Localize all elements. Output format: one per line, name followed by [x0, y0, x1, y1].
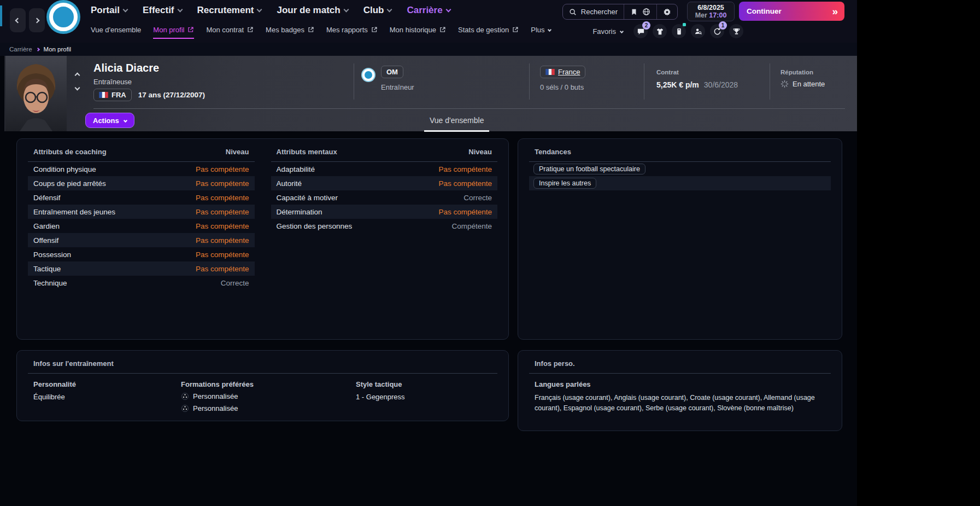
mental-level-header: Niveau [468, 148, 492, 156]
settings-button[interactable] [656, 4, 677, 19]
club-section: OM Entraîneur [362, 66, 414, 91]
search-button[interactable]: Rechercher [563, 4, 624, 19]
chevron-down-icon [620, 29, 624, 33]
game-day: Mer [695, 11, 707, 19]
subnav-mes-rapports[interactable]: Mes rapports [326, 26, 378, 39]
mental-table-title: Attributs mentaux [277, 148, 337, 156]
trophy-button[interactable] [729, 24, 743, 38]
nav-club[interactable]: Club [363, 5, 392, 16]
chevron-down-icon [122, 7, 128, 13]
club-chip[interactable]: OM [381, 66, 403, 78]
caps-goals: 0 séls / 0 buts [540, 83, 585, 91]
top-bar: Portail Effectif Recrutement Jour de mat… [0, 0, 857, 43]
contract-until: 30/6/2028 [704, 80, 738, 89]
training-info-panel: Infos sur l'entraînement Personnalité Éq… [16, 350, 509, 421]
messages-button[interactable]: 2 [633, 24, 648, 38]
fra-flag-icon [99, 92, 108, 98]
table-row: DéfensifPas compétente [28, 190, 255, 205]
nation-link-chip[interactable]: France [540, 66, 585, 78]
mental-attributes-table: Attributs mentaux Niveau AdaptabilitéPas… [271, 142, 498, 290]
attributes-panel: Attributs de coaching Niveau Condition p… [16, 138, 509, 340]
game-date-button[interactable]: 6/8/2025 Mer 17:00 [687, 2, 735, 21]
avatar [5, 56, 67, 131]
list-item: Inspire les autres [529, 176, 831, 190]
id-card-icon [675, 27, 683, 36]
quick-access-group [624, 4, 656, 19]
table-row: Entraînement des jeunesPas compétente [28, 205, 255, 219]
favoris-dropdown[interactable]: Favoris [592, 27, 623, 36]
club-color-strip [0, 5, 2, 26]
nav-recrutement[interactable]: Recrutement [197, 5, 262, 16]
nav-portail[interactable]: Portail [91, 5, 127, 16]
subnav-plus[interactable]: Plus [531, 26, 550, 39]
licence-card-button[interactable] [672, 24, 686, 38]
table-row: GardienPas compétente [28, 219, 255, 233]
table-row: Condition physiquePas compétente [28, 162, 255, 176]
trophy-icon [732, 27, 741, 36]
previous-person-button[interactable] [75, 73, 80, 78]
subnav-mes-badges[interactable]: Mes badges [266, 26, 314, 39]
formation-item: Personnalisée [181, 392, 356, 400]
scouting-button[interactable] [691, 24, 705, 38]
languages-value: Français (usage courant), Anglais (usage… [535, 393, 825, 414]
subnav-mon-profil[interactable]: Mon profil [153, 26, 194, 39]
coaching-level-header: Niveau [226, 148, 249, 156]
nav-carriere[interactable]: Carrière [407, 5, 450, 16]
subnav-mon-historique[interactable]: Mon historique [390, 26, 446, 39]
tendance-chip: Inspire les autres [533, 178, 596, 189]
table-row: Gestion des personnesCompétente [271, 219, 498, 233]
nationality-chip[interactable]: FRA [93, 89, 132, 101]
club-logo[interactable] [49, 3, 78, 31]
personal-info-panel: Infos perso. Langues parlées Français (u… [518, 350, 842, 431]
favoris-toolbar: Favoris 2 1 [592, 24, 743, 38]
chevron-down-icon [177, 7, 183, 13]
breadcrumb-chevron-icon [36, 47, 40, 51]
contract-section: Contrat 5,25K € p/m30/6/2028 [656, 69, 738, 89]
subnav-stats-de-gestion[interactable]: Stats de gestion [458, 26, 519, 39]
game-time: 17:00 [709, 11, 726, 19]
external-link-icon [439, 26, 446, 33]
personality-value: Équilibrée [33, 393, 181, 401]
search-icon [569, 8, 577, 16]
continue-chevrons-icon: » [832, 5, 837, 18]
tendances-panel: Tendances Pratique un football spectacul… [518, 138, 842, 340]
external-link-icon [512, 26, 519, 33]
personality-label: Personnalité [33, 380, 181, 388]
subnav-vue-densemble[interactable]: Vue d'ensemble [91, 26, 141, 39]
tendance-chip: Pratique un football spectaculaire [533, 164, 645, 175]
forward-button[interactable] [29, 8, 45, 32]
table-row: TechniqueCorrecte [28, 276, 255, 290]
contract-label: Contrat [656, 69, 738, 75]
table-row: DéterminationPas compétente [271, 205, 498, 219]
continue-button[interactable]: Continuer » [739, 2, 844, 21]
external-link-icon [187, 26, 194, 33]
next-person-button[interactable] [75, 85, 80, 91]
table-row: AdaptabilitéPas compétente [271, 162, 498, 176]
club-logo-small [362, 69, 374, 81]
person-role: Entraîneuse [93, 78, 132, 86]
tab-vue-densemble[interactable]: Vue d'ensemble [424, 113, 489, 132]
actions-button[interactable]: Actions [85, 113, 134, 128]
chevron-left-icon [15, 18, 21, 23]
bookmark-icon[interactable] [630, 8, 638, 16]
reputation-spinner-icon [781, 80, 789, 88]
kit-button[interactable] [653, 24, 667, 38]
game-date: 6/8/2025 [688, 4, 734, 11]
formation-icon [181, 404, 189, 412]
sync-button[interactable]: 1 [710, 24, 724, 38]
subnav-mon-contrat[interactable]: Mon contrat [206, 26, 254, 39]
shirt-icon [656, 27, 664, 36]
globe-icon[interactable] [642, 8, 650, 16]
nav-jour-de-match[interactable]: Jour de match [277, 5, 348, 16]
profile-header: Alicia Diacre Entraîneuse FRA 17 ans (27… [4, 56, 857, 131]
breadcrumb-carriere[interactable]: Carrière [9, 46, 32, 53]
chevron-down-icon [257, 7, 262, 13]
messages-badge: 2 [642, 21, 650, 30]
nav-effectif[interactable]: Effectif [143, 5, 182, 16]
person-name: Alicia Diacre [93, 62, 159, 74]
fm-window: Portail Effectif Recrutement Jour de mat… [0, 0, 857, 506]
back-button[interactable] [10, 8, 26, 32]
reputation-label: Réputation [781, 69, 825, 75]
formations-label: Formations préférées [181, 380, 356, 388]
table-row: TactiquePas compétente [28, 261, 255, 276]
